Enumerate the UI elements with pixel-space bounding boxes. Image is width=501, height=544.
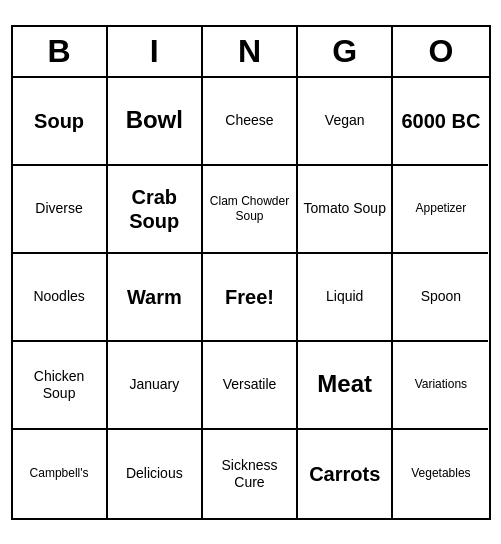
cell-text-19: Variations bbox=[415, 377, 467, 391]
bingo-cell-4[interactable]: 6000 BC bbox=[393, 78, 488, 166]
bingo-cell-21[interactable]: Delicious bbox=[108, 430, 203, 518]
cell-text-0: Soup bbox=[34, 109, 84, 133]
cell-text-20: Campbell's bbox=[30, 466, 89, 480]
bingo-cell-12[interactable]: Free! bbox=[203, 254, 298, 342]
header-letter-i: I bbox=[108, 27, 203, 76]
bingo-cell-0[interactable]: Soup bbox=[13, 78, 108, 166]
bingo-cell-2[interactable]: Cheese bbox=[203, 78, 298, 166]
cell-text-7: Clam Chowder Soup bbox=[207, 194, 292, 223]
cell-text-16: January bbox=[129, 376, 179, 393]
cell-text-2: Cheese bbox=[225, 112, 273, 129]
bingo-cell-9[interactable]: Appetizer bbox=[393, 166, 488, 254]
bingo-cell-13[interactable]: Liquid bbox=[298, 254, 393, 342]
bingo-card: BINGO SoupBowlCheeseVegan6000 BCDiverseC… bbox=[11, 25, 491, 520]
cell-text-24: Vegetables bbox=[411, 466, 470, 480]
bingo-cell-16[interactable]: January bbox=[108, 342, 203, 430]
cell-text-9: Appetizer bbox=[416, 201, 467, 215]
bingo-cell-10[interactable]: Noodles bbox=[13, 254, 108, 342]
bingo-cell-5[interactable]: Diverse bbox=[13, 166, 108, 254]
header-letter-o: O bbox=[393, 27, 488, 76]
header-letter-g: G bbox=[298, 27, 393, 76]
bingo-cell-20[interactable]: Campbell's bbox=[13, 430, 108, 518]
header-letter-b: B bbox=[13, 27, 108, 76]
bingo-cell-17[interactable]: Versatile bbox=[203, 342, 298, 430]
cell-text-23: Carrots bbox=[309, 462, 380, 486]
bingo-cell-1[interactable]: Bowl bbox=[108, 78, 203, 166]
cell-text-21: Delicious bbox=[126, 465, 183, 482]
bingo-cell-24[interactable]: Vegetables bbox=[393, 430, 488, 518]
bingo-grid: SoupBowlCheeseVegan6000 BCDiverseCrab So… bbox=[13, 78, 489, 518]
header-letter-n: N bbox=[203, 27, 298, 76]
bingo-cell-14[interactable]: Spoon bbox=[393, 254, 488, 342]
cell-text-5: Diverse bbox=[35, 200, 82, 217]
cell-text-12: Free! bbox=[225, 285, 274, 309]
cell-text-22: Sickness Cure bbox=[207, 457, 292, 491]
bingo-cell-3[interactable]: Vegan bbox=[298, 78, 393, 166]
cell-text-14: Spoon bbox=[421, 288, 461, 305]
cell-text-11: Warm bbox=[127, 285, 182, 309]
bingo-cell-15[interactable]: Chicken Soup bbox=[13, 342, 108, 430]
cell-text-13: Liquid bbox=[326, 288, 363, 305]
cell-text-8: Tomato Soup bbox=[303, 200, 386, 217]
cell-text-6: Crab Soup bbox=[112, 185, 197, 233]
cell-text-1: Bowl bbox=[126, 106, 183, 135]
bingo-cell-18[interactable]: Meat bbox=[298, 342, 393, 430]
bingo-cell-23[interactable]: Carrots bbox=[298, 430, 393, 518]
bingo-cell-19[interactable]: Variations bbox=[393, 342, 488, 430]
bingo-cell-7[interactable]: Clam Chowder Soup bbox=[203, 166, 298, 254]
cell-text-18: Meat bbox=[317, 370, 372, 399]
cell-text-10: Noodles bbox=[33, 288, 84, 305]
cell-text-3: Vegan bbox=[325, 112, 365, 129]
bingo-cell-6[interactable]: Crab Soup bbox=[108, 166, 203, 254]
cell-text-15: Chicken Soup bbox=[17, 368, 102, 402]
cell-text-4: 6000 BC bbox=[401, 109, 480, 133]
bingo-cell-8[interactable]: Tomato Soup bbox=[298, 166, 393, 254]
bingo-cell-22[interactable]: Sickness Cure bbox=[203, 430, 298, 518]
bingo-cell-11[interactable]: Warm bbox=[108, 254, 203, 342]
cell-text-17: Versatile bbox=[223, 376, 277, 393]
bingo-header: BINGO bbox=[13, 27, 489, 78]
